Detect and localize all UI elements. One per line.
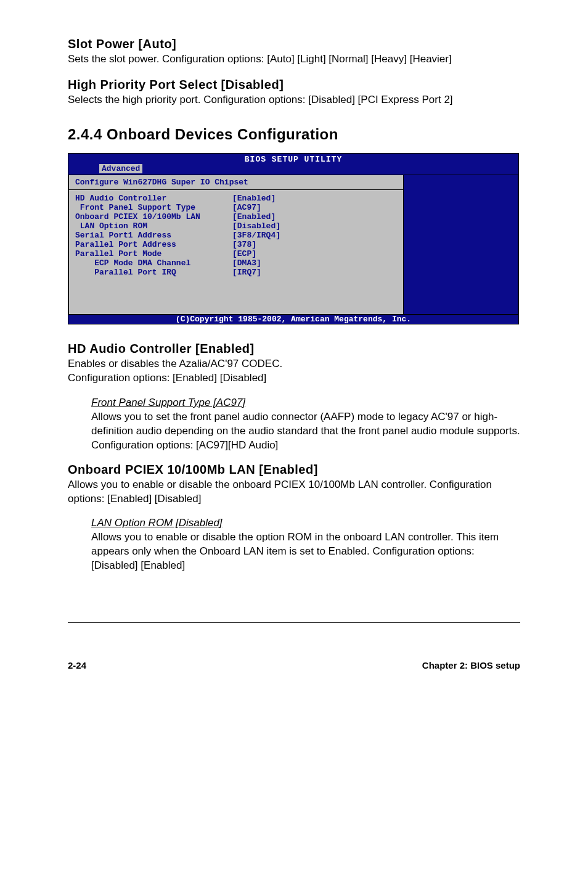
- body-onboard-pciex: Allows you to enable or disable the onbo…: [68, 478, 520, 506]
- bios-row: HD Audio Controller[Enabled]: [75, 194, 397, 203]
- heading-slot-power: Slot Power [Auto]: [68, 37, 520, 51]
- bios-tab-row: Advanced: [68, 164, 518, 175]
- bios-config-title: Configure Win627DHG Super IO Chipset: [69, 175, 403, 190]
- heading-high-priority: High Priority Port Select [Disabled]: [68, 78, 520, 92]
- subheading-front-panel: Front Panel Support Type [AC97]: [91, 397, 520, 409]
- bios-right-pane: [404, 175, 518, 315]
- bios-row: Onboard PCIEX 10/100Mb LAN[Enabled]: [75, 212, 397, 221]
- bios-row: Parallel Port IRQ[IRQ7]: [75, 268, 397, 277]
- bios-left-pane: Configure Win627DHG Super IO Chipset HD …: [68, 175, 404, 315]
- body-front-panel: Allows you to set the front panel audio …: [91, 410, 520, 453]
- bios-option-list: HD Audio Controller[Enabled] Front Panel…: [69, 190, 403, 314]
- bios-row: LAN Option ROM[Disabled]: [75, 221, 397, 231]
- body-lan-option-rom: Allows you to enable or disable the opti…: [91, 530, 520, 573]
- bios-tab-advanced: Advanced: [99, 164, 142, 173]
- bios-row: Serial Port1 Address[3F8/IRQ4]: [75, 231, 397, 240]
- body-hd-audio-2: Configuration options: [Enabled] [Disabl…: [68, 371, 520, 386]
- bios-panel: BIOS SETUP UTILITY Advanced Configure Wi…: [68, 153, 519, 324]
- subheading-lan-option-rom: LAN Option ROM [Disabled]: [91, 517, 520, 529]
- body-hd-audio-1: Enables or disables the Azalia/AC'97 COD…: [68, 357, 520, 371]
- page-number: 2-24: [68, 660, 86, 670]
- body-slot-power: Sets the slot power. Configuration optio…: [68, 52, 520, 67]
- chapter-label: Chapter 2: BIOS setup: [422, 660, 520, 670]
- bios-footer: (C)Copyright 1985-2002, American Megatre…: [68, 315, 518, 324]
- bios-row: ECP Mode DMA Channel[DMA3]: [75, 258, 397, 268]
- heading-hd-audio: HD Audio Controller [Enabled]: [68, 342, 520, 356]
- body-high-priority: Selects the high priority port. Configur…: [68, 93, 520, 107]
- heading-onboard-pciex: Onboard PCIEX 10/100Mb LAN [Enabled]: [68, 463, 520, 477]
- bios-title: BIOS SETUP UTILITY: [68, 154, 518, 164]
- bios-row: Parallel Port Mode[ECP]: [75, 249, 397, 258]
- heading-onboard-devices: 2.4.4 Onboard Devices Configuration: [68, 126, 520, 143]
- footer-rule: [68, 622, 520, 623]
- bios-row: Front Panel Support Type[AC97]: [75, 203, 397, 212]
- bios-row: Parallel Port Address[378]: [75, 240, 397, 249]
